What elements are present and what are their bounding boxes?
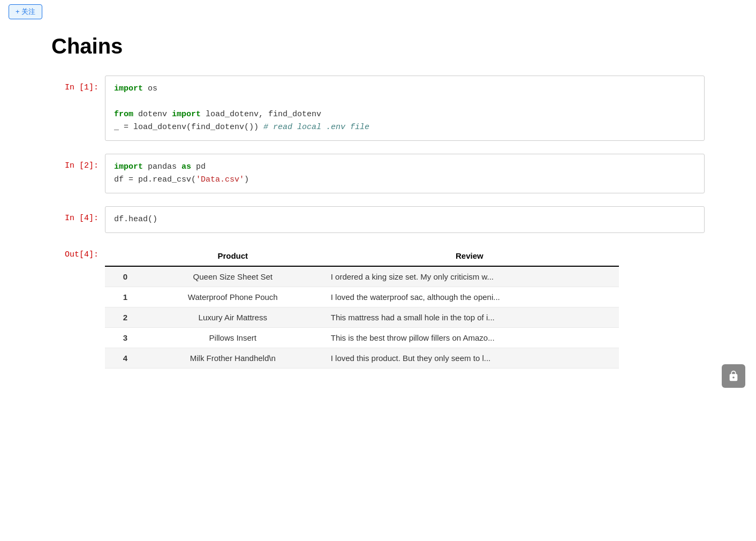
row-product: Waterproof Phone Pouch [146, 287, 320, 307]
col-index [105, 246, 146, 266]
code-cell: import pandas as pddf = pd.read_csv('Dat… [105, 154, 705, 193]
row-review: I loved the waterproof sac, although the… [320, 287, 619, 307]
code-cell-section: In [2]:import pandas as pddf = pd.read_c… [51, 154, 705, 193]
code-cell: df.head() [105, 206, 705, 233]
row-index: 4 [105, 348, 146, 369]
row-index: 2 [105, 307, 146, 328]
row-product: Queen Size Sheet Set [146, 266, 320, 287]
cell-label: In [1]: [51, 76, 105, 92]
code-cell: import os from dotenv import load_dotenv… [105, 76, 705, 141]
table-row: 4Milk Frother Handheld\nI loved this pro… [105, 348, 619, 369]
row-review: This is the best throw pillow fillers on… [320, 328, 619, 348]
page-title: Chains [51, 34, 705, 58]
table-row: 3Pillows InsertThis is the best throw pi… [105, 328, 619, 348]
row-product: Milk Frother Handheld\n [146, 348, 320, 369]
row-index: 3 [105, 328, 146, 348]
cell-label: In [4]: [51, 206, 105, 223]
table-row: 2Luxury Air MattressThis mattress had a … [105, 307, 619, 328]
row-index: 1 [105, 287, 146, 307]
cell-label: In [2]: [51, 154, 105, 170]
col-review: Review [320, 246, 619, 266]
top-bar: + 关注 [0, 0, 756, 24]
table-row: 1Waterproof Phone PouchI loved the water… [105, 287, 619, 307]
row-review: I loved this product. But they only seem… [320, 348, 619, 369]
row-review: I ordered a king size set. My only criti… [320, 266, 619, 287]
col-product: Product [146, 246, 320, 266]
code-cell-section: In [1]:import os from dotenv import load… [51, 76, 705, 141]
table-row: 0Queen Size Sheet SetI ordered a king si… [105, 266, 619, 287]
row-product: Luxury Air Mattress [146, 307, 320, 328]
output-section: Out[4]: Product Review 0Queen Size Sheet… [51, 246, 705, 369]
code-cell-section: In [4]:df.head() [51, 206, 705, 233]
table-header-row: Product Review [105, 246, 619, 266]
row-index: 0 [105, 266, 146, 287]
dataframe-container: Product Review 0Queen Size Sheet SetI or… [105, 246, 705, 369]
follow-button[interactable]: + 关注 [9, 4, 42, 19]
dataframe-table: Product Review 0Queen Size Sheet SetI or… [105, 246, 619, 369]
row-review: This mattress had a small hole in the to… [320, 307, 619, 328]
lock-button[interactable] [722, 364, 745, 388]
row-product: Pillows Insert [146, 328, 320, 348]
out-label: Out[4]: [51, 246, 105, 259]
